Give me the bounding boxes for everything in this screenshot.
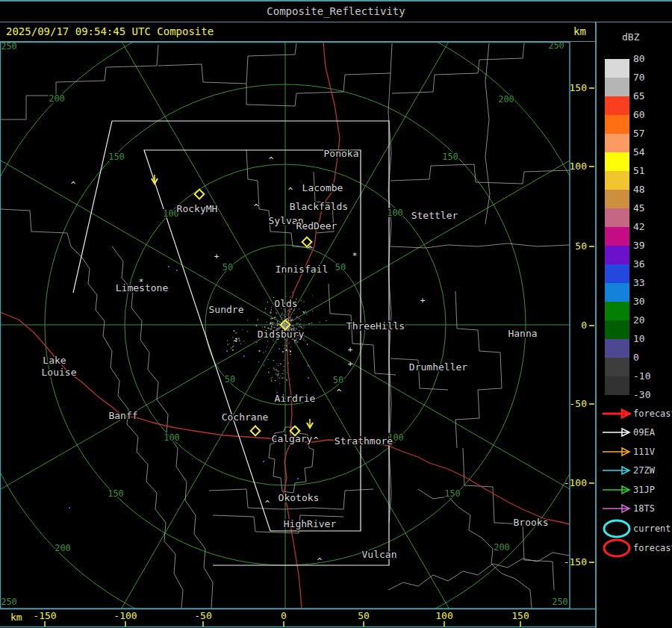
color-swatch — [605, 190, 629, 208]
clutter-echo — [298, 327, 299, 328]
right-axis-tick-label: 50 — [575, 240, 587, 252]
color-swatch — [605, 227, 629, 246]
clutter-echo — [282, 313, 283, 314]
clutter-echo — [279, 373, 279, 374]
ring-distance-label: 250 — [1, 597, 17, 607]
scale-value-label: 65 — [633, 90, 669, 102]
clutter-echo — [279, 325, 280, 326]
clutter-echo — [236, 341, 237, 342]
clutter-echo — [304, 326, 305, 327]
31JP-track-arrow — [601, 485, 631, 495]
clutter-echo — [271, 326, 272, 327]
clutter-echo — [286, 324, 287, 325]
station-marker: + — [214, 252, 220, 261]
clutter-echo — [235, 340, 237, 341]
clutter-echo — [272, 377, 273, 378]
clutter-echo — [243, 341, 245, 342]
legend-track-label: 18TS — [633, 503, 655, 514]
clutter-echo — [265, 312, 266, 313]
clutter-echo — [279, 323, 280, 324]
clutter-echo — [270, 311, 271, 311]
clutter-echo — [235, 332, 237, 334]
clutter-echo — [307, 343, 308, 345]
clutter-echo — [326, 320, 327, 321]
boundary-line — [246, 43, 392, 106]
ring-distance-label: 100 — [164, 432, 180, 443]
clutter-echo — [262, 326, 263, 327]
clutter-echo — [284, 324, 285, 325]
weak-echo — [243, 355, 245, 357]
clutter-echo — [279, 378, 280, 379]
clutter-echo — [285, 323, 287, 324]
right-axis-tick-label: -50 — [570, 398, 587, 409]
city-label: Airdrie — [275, 393, 316, 404]
city-label: Cochrane — [222, 411, 269, 423]
clutter-echo — [290, 323, 291, 324]
forecast-ellipse — [601, 538, 634, 559]
clutter-echo — [308, 365, 308, 367]
clutter-echo — [272, 323, 273, 324]
right-axis-tick-label: 100 — [570, 161, 587, 172]
clutter-echo — [273, 367, 274, 368]
clutter-echo — [306, 314, 308, 315]
color-swatch — [605, 171, 629, 190]
ring-distance-label: 150 — [442, 152, 458, 162]
clutter-echo — [265, 308, 266, 309]
color-swatch — [605, 208, 629, 227]
clutter-echo — [288, 363, 289, 364]
city-label: ThreeHills — [346, 320, 405, 332]
clutter-echo — [270, 322, 271, 323]
clutter-echo — [270, 318, 272, 320]
clutter-echo — [284, 309, 284, 310]
clutter-echo — [232, 346, 233, 348]
clutter-echo — [276, 312, 277, 314]
legend-track-label: forecast — [633, 408, 672, 419]
city-label: Blackfalds — [290, 201, 348, 212]
ring-distance-label: 100 — [387, 208, 403, 218]
clutter-echo — [286, 319, 287, 320]
station-marker: ^ — [288, 186, 293, 196]
clutter-echo — [300, 320, 301, 320]
clutter-echo — [280, 363, 281, 364]
clutter-echo — [258, 361, 259, 363]
scale-value-label: 42 — [633, 221, 669, 233]
clutter-echo — [273, 368, 274, 369]
city-label: Innisfail — [276, 264, 328, 275]
clutter-echo — [304, 312, 305, 314]
clutter-echo — [286, 340, 287, 341]
clutter-echo — [279, 349, 280, 349]
station-marker: + — [348, 345, 353, 355]
ring-distance-label: 200 — [498, 94, 514, 105]
clutter-echo — [292, 319, 293, 320]
clutter-echo — [305, 311, 306, 313]
weak-echo — [168, 266, 169, 267]
azimuth-line — [0, 0, 285, 325]
current-ellipse — [601, 518, 634, 539]
scale-value-label: 51 — [633, 165, 669, 177]
scale-value-label: 39 — [633, 240, 669, 252]
clutter-echo — [289, 343, 290, 343]
09EA-track-arrow — [601, 427, 631, 438]
clutter-echo — [290, 351, 291, 352]
city-label: Strathmore — [335, 435, 393, 447]
bottom-km-unit-label: km — [10, 612, 22, 623]
boundary-line — [391, 243, 570, 248]
clutter-echo — [287, 311, 288, 311]
clutter-echo — [281, 317, 283, 318]
clutter-echo — [292, 326, 293, 326]
clutter-echo — [256, 342, 257, 343]
clutter-echo — [279, 383, 280, 384]
clutter-echo — [292, 292, 293, 293]
weak-echo — [69, 507, 70, 509]
clutter-echo — [301, 300, 302, 301]
clutter-echo — [300, 323, 301, 325]
clutter-echo — [291, 320, 292, 321]
map-layers: 5050505010010010010015015015015020020020… — [0, 0, 672, 628]
clutter-echo — [270, 312, 272, 314]
clutter-echo — [298, 342, 299, 343]
radar-map: 5050505010010010010015015015015020020020… — [0, 0, 672, 628]
clutter-echo — [285, 326, 286, 327]
clutter-echo — [299, 319, 299, 320]
clutter-echo — [290, 346, 291, 347]
dbz-unit-label: dBZ — [622, 31, 639, 43]
